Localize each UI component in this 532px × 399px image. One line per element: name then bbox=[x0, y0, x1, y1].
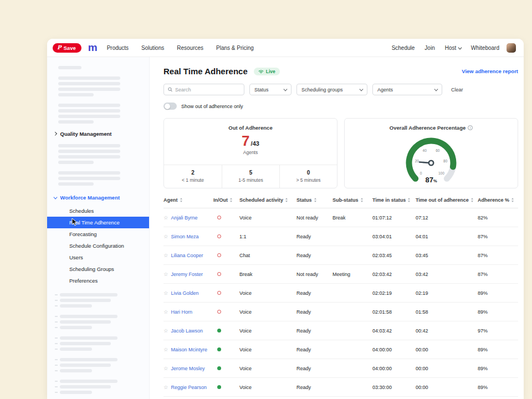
sidebar-item-real-time-adherence[interactable]: Real Time Adherence bbox=[47, 217, 149, 228]
nav-item-host[interactable]: Host bbox=[445, 45, 461, 51]
sidebar-item-scheduling-groups[interactable]: Scheduling Groups bbox=[47, 263, 149, 275]
column-header-status[interactable]: Status bbox=[296, 197, 332, 203]
agent-link[interactable]: Maison Mcintyre bbox=[171, 347, 208, 352]
sort-icon[interactable] bbox=[230, 198, 232, 202]
column-header-time-out-of-adherence[interactable]: Time out of adherence bbox=[416, 197, 478, 203]
star-icon[interactable]: ☆ bbox=[163, 328, 168, 334]
agent-cell: ☆Jacob Lawson bbox=[163, 328, 213, 334]
skeleton-row bbox=[55, 364, 149, 367]
view-adherence-report-link[interactable]: View adherence report bbox=[462, 68, 518, 74]
star-icon[interactable]: ☆ bbox=[163, 346, 168, 352]
skeleton-row bbox=[55, 299, 149, 302]
skeleton-dash bbox=[55, 359, 58, 360]
star-icon[interactable]: ☆ bbox=[163, 384, 168, 390]
column-header-adherence[interactable]: Adherence % bbox=[478, 197, 518, 203]
table-row[interactable]: ☆Anjali ByrneVoiceNot readyBreak01:07:12… bbox=[163, 208, 518, 227]
star-icon[interactable]: ☆ bbox=[163, 290, 168, 296]
agent-link[interactable]: Hari Horn bbox=[171, 309, 193, 315]
nav-item-whiteboard[interactable]: Whiteboard bbox=[471, 45, 499, 51]
column-header-agent[interactable]: Agent bbox=[163, 197, 213, 203]
info-icon[interactable]: i bbox=[468, 125, 473, 130]
table-row[interactable]: ☆Jacob LawsonVoiceReady04:03:4200:4297% bbox=[163, 321, 518, 340]
breakdown-label: 1-5 minutes bbox=[222, 177, 279, 183]
sidebar-item-quality-management[interactable]: Quality Management bbox=[47, 131, 149, 137]
avatar[interactable] bbox=[507, 43, 516, 53]
toggle-label: Show out of adherence only bbox=[181, 104, 243, 109]
sidebar-item-users[interactable]: Users bbox=[47, 252, 149, 263]
nav-item-plans-pricing[interactable]: Plans & Pricing bbox=[216, 45, 254, 51]
nav-item-schedule[interactable]: Schedule bbox=[392, 45, 415, 51]
skeleton-group bbox=[47, 358, 149, 372]
star-icon[interactable]: ☆ bbox=[163, 252, 168, 258]
sidebar-section-label: Quality Management bbox=[60, 131, 112, 137]
nav-item-resources[interactable]: Resources bbox=[177, 45, 203, 51]
nav-item-products[interactable]: Products bbox=[107, 45, 129, 51]
time-in-status-cell: 02:02:19 bbox=[372, 290, 416, 296]
agent-link[interactable]: Jerome Mosley bbox=[171, 366, 205, 371]
search-input[interactable] bbox=[175, 87, 240, 93]
agent-cell: ☆Livia Golden bbox=[163, 290, 213, 296]
sort-down-arrow bbox=[471, 201, 473, 202]
sort-icon[interactable] bbox=[285, 198, 288, 202]
star-icon[interactable]: ☆ bbox=[163, 233, 168, 239]
overall-adherence-card: Overall Adherence Percentagei 0 20 40 60… bbox=[344, 118, 518, 188]
table-row[interactable]: ☆Simon Meza1:1Ready03:04:0104:0187% bbox=[163, 227, 518, 246]
agent-link[interactable]: Simon Meza bbox=[171, 234, 199, 239]
gauge-value-number: 87 bbox=[425, 176, 433, 184]
sort-icon[interactable] bbox=[471, 198, 473, 202]
skeleton-dash bbox=[55, 305, 58, 306]
sidebar-item-label: Scheduling Groups bbox=[69, 266, 114, 272]
scheduling-groups-dropdown[interactable]: Scheduling groups bbox=[296, 84, 367, 95]
column-label: Agent bbox=[163, 197, 178, 203]
sidebar-item-workforce-management[interactable]: Workforce Management bbox=[47, 195, 149, 201]
clear-filters-button[interactable]: Clear bbox=[451, 87, 463, 93]
star-icon[interactable]: ☆ bbox=[163, 271, 168, 277]
agent-link[interactable]: Anjali Byrne bbox=[171, 215, 198, 221]
table-row[interactable]: ☆Jeremy FosterBreakNot readyMeeting02:03… bbox=[163, 265, 518, 284]
status-dropdown[interactable]: Status bbox=[249, 84, 291, 95]
table-row[interactable]: ☆Livia GoldenVoiceReady02:02:1902:1989% bbox=[163, 284, 518, 303]
table-row[interactable]: ☆Liliana CooperChatReady02:03:4503:4587% bbox=[163, 246, 518, 265]
agents-dropdown[interactable]: Agents bbox=[372, 84, 442, 95]
column-header-in-out[interactable]: In/Out bbox=[213, 197, 239, 203]
nav-item-label: Host bbox=[445, 45, 457, 51]
sort-icon[interactable] bbox=[408, 198, 410, 202]
app-logo[interactable]: m bbox=[88, 42, 97, 53]
skeleton-row bbox=[55, 326, 149, 329]
sort-icon[interactable] bbox=[361, 198, 363, 202]
agent-link[interactable]: Livia Golden bbox=[171, 290, 199, 296]
agent-link[interactable]: Reggie Pearson bbox=[171, 385, 207, 390]
nav-item-solutions[interactable]: Solutions bbox=[141, 45, 164, 51]
table-row[interactable]: ☆Hari HornVoiceReady02:01:5801:5889% bbox=[163, 303, 518, 321]
sidebar-item-schedule-configuration[interactable]: Schedule Configuration bbox=[47, 240, 149, 252]
sort-icon[interactable] bbox=[180, 198, 182, 202]
star-icon[interactable]: ☆ bbox=[163, 365, 168, 371]
table-header: AgentIn/OutScheduled activityStatusSub-s… bbox=[163, 197, 518, 208]
sidebar-item-schedules[interactable]: Schedules bbox=[47, 205, 149, 217]
sidebar-item-forecasting[interactable]: Forecasting bbox=[47, 228, 149, 240]
pinterest-save-button[interactable]: P Save bbox=[53, 43, 81, 53]
sidebar-item-preferences[interactable]: Preferences bbox=[47, 275, 149, 287]
agent-link[interactable]: Liliana Cooper bbox=[171, 253, 203, 258]
nav-item-join[interactable]: Join bbox=[424, 45, 434, 51]
inout-cell bbox=[213, 366, 239, 371]
star-icon[interactable]: ☆ bbox=[163, 309, 168, 315]
star-icon[interactable]: ☆ bbox=[163, 214, 168, 221]
agent-cell: ☆Jeremy Foster bbox=[163, 271, 213, 277]
sort-icon[interactable] bbox=[511, 198, 514, 202]
sort-icon[interactable] bbox=[314, 198, 316, 202]
nav-item-label: Join bbox=[424, 45, 434, 51]
agent-cell: ☆Jerome Mosley bbox=[163, 365, 213, 371]
agent-link[interactable]: Jacob Lawson bbox=[171, 328, 203, 334]
table-row[interactable]: ☆Maison McintyreVoiceReady04:00:0000:008… bbox=[163, 340, 518, 359]
sort-down-arrow bbox=[408, 201, 410, 202]
table-row[interactable]: ☆Reggie PearsonVoiceReady03:30:0000:0089… bbox=[163, 378, 518, 397]
column-header-sub-status[interactable]: Sub-status bbox=[332, 197, 372, 203]
column-header-scheduled-activity[interactable]: Scheduled activity bbox=[239, 197, 296, 203]
agent-link[interactable]: Jeremy Foster bbox=[171, 272, 203, 277]
adherence-only-toggle[interactable] bbox=[163, 103, 177, 110]
sidebar-skeleton-top bbox=[47, 66, 149, 124]
skeleton-bar bbox=[58, 104, 120, 107]
column-header-time-in-status[interactable]: Time in status bbox=[372, 197, 416, 203]
table-row[interactable]: ☆Jerome MosleyVoiceReady04:00:0000:0089% bbox=[163, 359, 518, 378]
